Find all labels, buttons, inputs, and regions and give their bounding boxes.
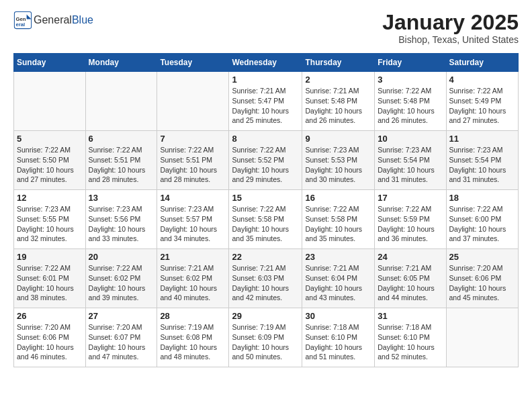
week-row-5: 26Sunrise: 7:20 AM Sunset: 6:06 PM Dayli… <box>14 308 519 367</box>
day-info: Sunrise: 7:22 AM Sunset: 5:52 PM Dayligh… <box>232 145 299 185</box>
day-info: Sunrise: 7:23 AM Sunset: 5:54 PM Dayligh… <box>449 145 515 185</box>
calendar-cell: 5Sunrise: 7:22 AM Sunset: 5:50 PM Daylig… <box>14 131 86 190</box>
day-number: 9 <box>305 134 371 144</box>
calendar-cell: 29Sunrise: 7:19 AM Sunset: 6:09 PM Dayli… <box>229 308 302 367</box>
day-info: Sunrise: 7:23 AM Sunset: 5:57 PM Dayligh… <box>160 204 226 244</box>
day-info: Sunrise: 7:22 AM Sunset: 5:50 PM Dayligh… <box>17 145 83 185</box>
day-number: 28 <box>160 311 226 321</box>
calendar-cell: 14Sunrise: 7:23 AM Sunset: 5:57 PM Dayli… <box>157 190 229 249</box>
header-day-thursday: Thursday <box>302 54 375 72</box>
calendar-cell <box>85 72 157 131</box>
day-number: 16 <box>305 193 371 203</box>
day-number: 24 <box>378 252 443 262</box>
day-number: 15 <box>232 193 299 203</box>
logo: Gen eral GeneralBlue <box>13 11 93 30</box>
calendar-cell <box>446 308 518 367</box>
day-info: Sunrise: 7:21 AM Sunset: 6:02 PM Dayligh… <box>160 263 226 303</box>
day-number: 11 <box>449 134 515 144</box>
day-info: Sunrise: 7:21 AM Sunset: 6:03 PM Dayligh… <box>232 263 299 303</box>
day-info: Sunrise: 7:23 AM Sunset: 5:53 PM Dayligh… <box>305 145 371 185</box>
day-info: Sunrise: 7:22 AM Sunset: 6:00 PM Dayligh… <box>449 204 515 244</box>
calendar-cell: 13Sunrise: 7:23 AM Sunset: 5:56 PM Dayli… <box>85 190 157 249</box>
logo-blue-text: Blue <box>72 14 93 26</box>
day-info: Sunrise: 7:19 AM Sunset: 6:09 PM Dayligh… <box>232 322 299 362</box>
calendar-cell <box>14 72 86 131</box>
day-info: Sunrise: 7:20 AM Sunset: 6:06 PM Dayligh… <box>449 263 515 303</box>
day-number: 12 <box>17 193 83 203</box>
day-number: 21 <box>160 252 226 262</box>
calendar-cell: 19Sunrise: 7:22 AM Sunset: 6:01 PM Dayli… <box>14 249 86 308</box>
day-info: Sunrise: 7:22 AM Sunset: 5:58 PM Dayligh… <box>305 204 371 244</box>
header: Gen eral GeneralBlue January 2025 Bishop… <box>13 11 519 45</box>
day-info: Sunrise: 7:18 AM Sunset: 6:10 PM Dayligh… <box>378 322 443 362</box>
header-day-saturday: Saturday <box>446 54 518 72</box>
calendar-cell: 28Sunrise: 7:19 AM Sunset: 6:08 PM Dayli… <box>157 308 229 367</box>
day-info: Sunrise: 7:21 AM Sunset: 5:47 PM Dayligh… <box>232 86 299 126</box>
calendar-cell: 23Sunrise: 7:21 AM Sunset: 6:04 PM Dayli… <box>302 249 375 308</box>
day-info: Sunrise: 7:21 AM Sunset: 5:48 PM Dayligh… <box>305 86 371 126</box>
day-number: 6 <box>89 134 154 144</box>
day-number: 4 <box>449 75 515 85</box>
day-info: Sunrise: 7:22 AM Sunset: 6:02 PM Dayligh… <box>89 263 154 303</box>
title-block: January 2025 Bishop, Texas, United State… <box>382 11 519 45</box>
day-number: 27 <box>89 311 154 321</box>
svg-text:eral: eral <box>16 21 26 28</box>
day-number: 5 <box>17 134 83 144</box>
day-info: Sunrise: 7:18 AM Sunset: 6:10 PM Dayligh… <box>305 322 371 362</box>
day-info: Sunrise: 7:22 AM Sunset: 6:01 PM Dayligh… <box>17 263 83 303</box>
day-number: 19 <box>17 252 83 262</box>
day-number: 20 <box>89 252 154 262</box>
day-number: 3 <box>378 75 443 85</box>
day-info: Sunrise: 7:22 AM Sunset: 5:49 PM Dayligh… <box>449 86 515 126</box>
calendar-cell: 6Sunrise: 7:22 AM Sunset: 5:51 PM Daylig… <box>85 131 157 190</box>
header-day-wednesday: Wednesday <box>229 54 302 72</box>
calendar-cell <box>157 72 229 131</box>
day-info: Sunrise: 7:20 AM Sunset: 6:07 PM Dayligh… <box>89 322 154 362</box>
page-container: Gen eral GeneralBlue January 2025 Bishop… <box>0 0 532 381</box>
day-number: 2 <box>305 75 371 85</box>
day-info: Sunrise: 7:22 AM Sunset: 5:51 PM Dayligh… <box>89 145 154 185</box>
calendar-cell: 25Sunrise: 7:20 AM Sunset: 6:06 PM Dayli… <box>446 249 518 308</box>
calendar-cell: 20Sunrise: 7:22 AM Sunset: 6:02 PM Dayli… <box>85 249 157 308</box>
week-row-4: 19Sunrise: 7:22 AM Sunset: 6:01 PM Dayli… <box>14 249 519 308</box>
calendar-cell: 31Sunrise: 7:18 AM Sunset: 6:10 PM Dayli… <box>375 308 446 367</box>
calendar-cell: 16Sunrise: 7:22 AM Sunset: 5:58 PM Dayli… <box>302 190 375 249</box>
calendar-cell: 30Sunrise: 7:18 AM Sunset: 6:10 PM Dayli… <box>302 308 375 367</box>
day-number: 14 <box>160 193 226 203</box>
calendar-cell: 7Sunrise: 7:22 AM Sunset: 5:51 PM Daylig… <box>157 131 229 190</box>
calendar-cell: 1Sunrise: 7:21 AM Sunset: 5:47 PM Daylig… <box>229 72 302 131</box>
day-number: 7 <box>160 134 226 144</box>
calendar-cell: 24Sunrise: 7:21 AM Sunset: 6:05 PM Dayli… <box>375 249 446 308</box>
header-day-sunday: Sunday <box>14 54 86 72</box>
header-day-monday: Monday <box>85 54 157 72</box>
calendar-cell: 22Sunrise: 7:21 AM Sunset: 6:03 PM Dayli… <box>229 249 302 308</box>
calendar-cell: 18Sunrise: 7:22 AM Sunset: 6:00 PM Dayli… <box>446 190 518 249</box>
day-number: 29 <box>232 311 299 321</box>
day-number: 1 <box>232 75 299 85</box>
calendar-cell: 11Sunrise: 7:23 AM Sunset: 5:54 PM Dayli… <box>446 131 518 190</box>
day-number: 23 <box>305 252 371 262</box>
header-day-friday: Friday <box>375 54 446 72</box>
day-info: Sunrise: 7:20 AM Sunset: 6:06 PM Dayligh… <box>17 322 83 362</box>
day-number: 10 <box>378 134 443 144</box>
day-number: 13 <box>89 193 154 203</box>
day-info: Sunrise: 7:22 AM Sunset: 5:59 PM Dayligh… <box>378 204 443 244</box>
day-info: Sunrise: 7:19 AM Sunset: 6:08 PM Dayligh… <box>160 322 226 362</box>
calendar-cell: 10Sunrise: 7:23 AM Sunset: 5:54 PM Dayli… <box>375 131 446 190</box>
calendar-cell: 27Sunrise: 7:20 AM Sunset: 6:07 PM Dayli… <box>85 308 157 367</box>
day-info: Sunrise: 7:23 AM Sunset: 5:54 PM Dayligh… <box>378 145 443 185</box>
month-title: January 2025 <box>382 11 519 34</box>
calendar-cell: 9Sunrise: 7:23 AM Sunset: 5:53 PM Daylig… <box>302 131 375 190</box>
calendar-cell: 17Sunrise: 7:22 AM Sunset: 5:59 PM Dayli… <box>375 190 446 249</box>
week-row-3: 12Sunrise: 7:23 AM Sunset: 5:55 PM Dayli… <box>14 190 519 249</box>
day-info: Sunrise: 7:23 AM Sunset: 5:55 PM Dayligh… <box>17 204 83 244</box>
calendar-cell: 12Sunrise: 7:23 AM Sunset: 5:55 PM Dayli… <box>14 190 86 249</box>
day-number: 8 <box>232 134 299 144</box>
calendar-cell: 15Sunrise: 7:22 AM Sunset: 5:58 PM Dayli… <box>229 190 302 249</box>
day-info: Sunrise: 7:22 AM Sunset: 5:58 PM Dayligh… <box>232 204 299 244</box>
calendar-cell: 26Sunrise: 7:20 AM Sunset: 6:06 PM Dayli… <box>14 308 86 367</box>
day-info: Sunrise: 7:22 AM Sunset: 5:48 PM Dayligh… <box>378 86 443 126</box>
calendar-cell: 8Sunrise: 7:22 AM Sunset: 5:52 PM Daylig… <box>229 131 302 190</box>
logo-general-text: General <box>34 14 72 26</box>
day-info: Sunrise: 7:22 AM Sunset: 5:51 PM Dayligh… <box>160 145 226 185</box>
